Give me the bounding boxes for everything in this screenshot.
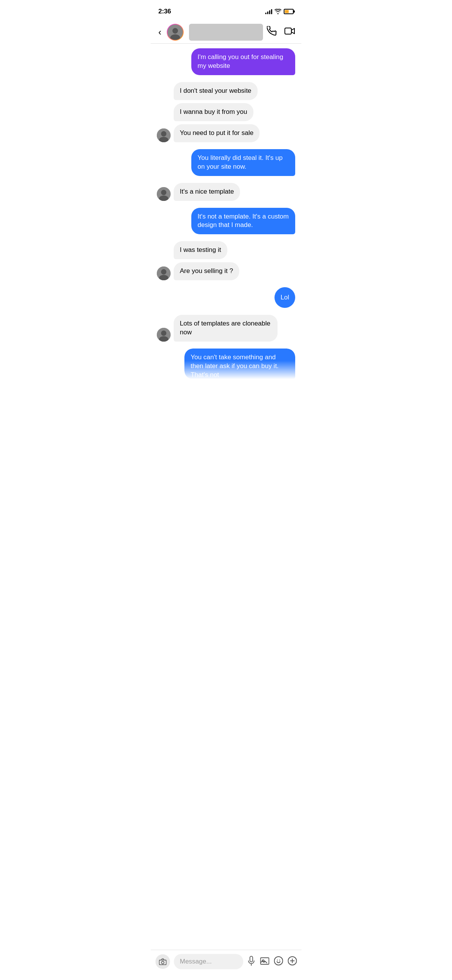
message-row: I don't steal your website (157, 82, 295, 100)
message-bubble: I'm calling you out for stealing my webs… (191, 48, 295, 75)
svg-point-14 (161, 331, 166, 336)
message-avatar (157, 187, 171, 201)
message-row: Lots of templates are cloneable now (157, 315, 295, 342)
messages-list: I'm calling you out for stealing my webs… (151, 44, 301, 426)
avatar-image (168, 25, 183, 40)
back-button[interactable]: ‹ (157, 26, 163, 38)
header-actions (267, 26, 295, 38)
avatar-image (157, 128, 171, 142)
contact-info-redacted[interactable] (189, 24, 263, 41)
message-row: Lol (157, 287, 295, 308)
message-avatar (157, 128, 171, 142)
message-bubble-partial: You can't take something and then later … (184, 349, 295, 379)
message-bubble: I wanna buy it from you (174, 103, 253, 121)
message-bubble: Are you selling it ? (174, 262, 239, 280)
message-row: You literally did steal it. It's up on y… (157, 149, 295, 176)
svg-point-8 (161, 190, 166, 195)
status-bar: 2:36 (151, 0, 301, 21)
message-row: You need to put it for sale (157, 124, 295, 142)
call-button[interactable] (267, 26, 277, 38)
status-right (265, 9, 294, 14)
message-bubble: It's not a template. It's a custom desig… (191, 208, 295, 235)
status-time: 2:36 (158, 8, 171, 15)
message-bubble: You need to put it for sale (174, 124, 260, 142)
video-call-button[interactable] (284, 26, 295, 38)
message-row: Are you selling it ? (157, 262, 295, 280)
wifi-icon (274, 9, 281, 14)
message-bubble: You literally did steal it. It's up on y… (191, 149, 295, 176)
message-bubble: It's a nice template (174, 183, 240, 201)
message-bubble: Lol (274, 287, 295, 308)
svg-point-1 (173, 28, 178, 34)
avatar-image (157, 266, 171, 280)
signal-icon (265, 9, 272, 14)
contact-avatar[interactable] (167, 24, 184, 41)
svg-point-5 (161, 131, 166, 136)
avatar-image (157, 328, 171, 342)
message-row: I was testing it (157, 241, 295, 259)
message-avatar (157, 328, 171, 342)
message-row: I'm calling you out for stealing my webs… (157, 48, 295, 75)
message-bubble: I don't steal your website (174, 82, 258, 100)
message-row: It's not a template. It's a custom desig… (157, 208, 295, 235)
svg-point-11 (161, 269, 166, 275)
svg-rect-3 (285, 28, 291, 34)
message-bubble: I was testing it (174, 241, 227, 259)
message-row: ∨ You can't take something and then late… (157, 349, 295, 379)
message-avatar (157, 266, 171, 280)
battery-icon (284, 9, 294, 14)
message-row: It's a nice template (157, 183, 295, 201)
avatar-image (157, 187, 171, 201)
conversation-header: ‹ (151, 21, 301, 44)
message-bubble: Lots of templates are cloneable now (174, 315, 278, 342)
message-row: I wanna buy it from you (157, 103, 295, 121)
